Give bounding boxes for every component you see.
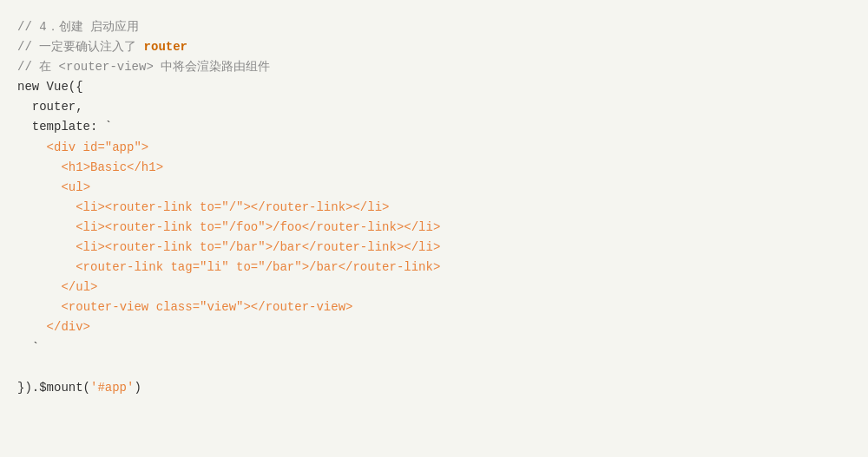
tag-li-routerlink-1: <li><router-link to="/"></router-link></… (76, 200, 389, 214)
tag-div-open: <div id="app"> (47, 140, 149, 154)
code-line-9: <ul> (17, 178, 851, 198)
code-line-4: new Vue({ (17, 77, 851, 97)
code-line-18 (17, 358, 851, 378)
code-line-3: // 在 <router-view> 中将会渲染路由组件 (17, 57, 851, 77)
tag-routerlink-standalone: <router-link tag="li" to="/bar">/bar</ro… (76, 260, 440, 274)
tag-div-close: </div> (47, 320, 90, 334)
code-line-16: </div> (17, 317, 851, 337)
code-line-5: router, (17, 97, 851, 117)
tag-li-routerlink-3: <li><router-link to="/bar">/bar</router-… (76, 240, 440, 254)
code-line-6: template: ` (17, 117, 851, 137)
code-line-2: // 一定要确认注入了 router (17, 37, 851, 57)
tag-h1: <h1>Basic</h1> (61, 160, 163, 174)
router-highlight: router (144, 40, 187, 54)
code-line-17: ` (17, 338, 851, 358)
code-line-8: <h1>Basic</h1> (17, 158, 851, 178)
code-line-13: <router-link tag="li" to="/bar">/bar</ro… (17, 258, 851, 277)
tag-li-routerlink-2: <li><router-link to="/foo">/foo</router-… (76, 220, 440, 234)
code-line-1: // 4．创建 启动应用 (17, 17, 851, 37)
code-line-7: <div id="app"> (17, 138, 851, 158)
tag-ul-open: <ul> (61, 180, 90, 194)
code-line-15: <router-view class="view"></router-view> (17, 297, 851, 317)
code-line-12: <li><router-link to="/bar">/bar</router-… (17, 238, 851, 258)
code-line-19: }).$mount('#app') (17, 378, 851, 398)
code-editor: // 4．创建 启动应用 // 一定要确认注入了 router // 在 <ro… (0, 0, 868, 457)
code-line-14: </ul> (17, 277, 851, 297)
mount-string: '#app' (90, 381, 134, 395)
code-line-10: <li><router-link to="/"></router-link></… (17, 198, 851, 218)
tag-ul-close: </ul> (61, 280, 97, 294)
code-line-11: <li><router-link to="/foo">/foo</router-… (17, 218, 851, 238)
tag-router-view: <router-view class="view"></router-view> (61, 300, 352, 314)
